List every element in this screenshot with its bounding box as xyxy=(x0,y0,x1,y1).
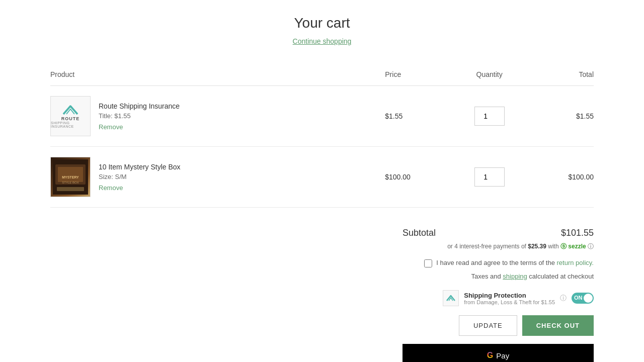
svg-rect-5 xyxy=(57,187,84,191)
sezzle-info-icon: ⓘ xyxy=(588,243,594,250)
cart-summary: Subtotal $101.55 or 4 interest-free paym… xyxy=(50,228,594,362)
total-cell-0: $1.55 xyxy=(528,86,594,147)
taxes-row: Taxes and shipping calculated at checkou… xyxy=(471,273,594,280)
sezzle-text: or 4 interest-free payments of $25.39 wi… xyxy=(447,243,594,250)
product-info: 10 Item Mystery Style Box Size: S/M Remo… xyxy=(99,163,181,192)
toggle-label: ON xyxy=(574,295,583,301)
col-quantity-header: Quantity xyxy=(450,65,528,86)
quantity-input-1[interactable] xyxy=(474,167,505,187)
terms-row: I have read and agree to the terms of th… xyxy=(424,259,594,267)
shipping-protection-sub: from Damage, Loss & Theft for $1.55 xyxy=(464,299,555,305)
table-header-row: Product Price Quantity Total xyxy=(50,65,594,86)
total-cell-1: $100.00 xyxy=(528,147,594,208)
shipping-protection-row: Shipping Protection from Damage, Loss & … xyxy=(443,290,594,306)
route-sub: SHIPPING INSURANCE xyxy=(51,121,90,128)
checkout-button[interactable]: CHECK OUT xyxy=(522,315,594,336)
product-cell-0: ROUTE SHIPPING INSURANCE Route Shipping … xyxy=(50,86,385,147)
product-cell-inner: ROUTE SHIPPING INSURANCE Route Shipping … xyxy=(50,96,385,136)
toggle-switch[interactable]: ON xyxy=(572,293,594,304)
sezzle-amount: $25.39 xyxy=(528,243,546,250)
col-product-header: Product xyxy=(50,65,385,86)
terms-checkbox[interactable] xyxy=(424,259,432,267)
continue-shopping-link[interactable]: Continue shopping xyxy=(50,37,594,45)
subtotal-value: $101.55 xyxy=(561,228,594,238)
gpay-label: Pay xyxy=(496,351,509,360)
product-name: Route Shipping Insurance xyxy=(99,102,180,110)
toggle-knob xyxy=(584,294,593,303)
subtotal-row: Subtotal $101.55 xyxy=(403,228,594,238)
svg-text:STYLE BOX: STYLE BOX xyxy=(62,181,78,184)
page-container: Your cart Continue shopping Product Pric… xyxy=(0,0,644,362)
shipping-protection-text: Shipping Protection from Damage, Loss & … xyxy=(464,292,555,305)
quantity-input-0[interactable] xyxy=(474,107,505,126)
svg-text:MYSTERY: MYSTERY xyxy=(62,175,79,179)
shipping-link[interactable]: shipping xyxy=(503,273,527,280)
svg-rect-2 xyxy=(58,167,83,182)
table-row: ROUTE SHIPPING INSURANCE Route Shipping … xyxy=(50,86,594,147)
action-buttons: UPDATE CHECK OUT xyxy=(459,315,594,336)
product-cell-1: MYSTERY STYLE BOX 10 Item Mystery Style … xyxy=(50,147,385,208)
page-title: Your cart xyxy=(50,15,594,31)
sezzle-row: or 4 interest-free payments of $25.39 wi… xyxy=(447,242,594,251)
price-cell-1: $100.00 xyxy=(385,147,450,208)
quantity-cell-0 xyxy=(450,86,528,147)
remove-link[interactable]: Remove xyxy=(99,123,123,131)
col-price-header: Price xyxy=(385,65,450,86)
product-info: Route Shipping Insurance Title: $1.55 Re… xyxy=(99,102,180,131)
price-cell-0: $1.55 xyxy=(385,86,450,147)
product-meta: Size: S/M xyxy=(99,173,181,180)
toggle-track[interactable]: ON xyxy=(572,293,594,304)
route-text: ROUTE xyxy=(61,116,80,121)
return-policy-link[interactable]: return policy. xyxy=(557,259,594,266)
google-g-icon: G xyxy=(487,351,493,360)
subtotal-label: Subtotal xyxy=(403,228,436,238)
quantity-cell-1 xyxy=(450,147,528,208)
shipping-protection-title: Shipping Protection xyxy=(464,292,555,299)
route-small-logo xyxy=(443,290,459,306)
google-pay-button[interactable]: G Pay xyxy=(403,344,594,362)
cart-table: Product Price Quantity Total ROUTE SHIPP… xyxy=(50,65,594,208)
terms-text: I have read and agree to the terms of th… xyxy=(436,259,594,266)
table-row: MYSTERY STYLE BOX 10 Item Mystery Style … xyxy=(50,147,594,208)
product-meta: Title: $1.55 xyxy=(99,112,180,120)
col-total-header: Total xyxy=(528,65,594,86)
product-image: MYSTERY STYLE BOX xyxy=(50,157,91,197)
shipping-protection-info-icon[interactable]: ⓘ xyxy=(560,294,567,303)
update-button[interactable]: UPDATE xyxy=(459,315,517,336)
product-name: 10 Item Mystery Style Box xyxy=(99,163,181,171)
remove-link[interactable]: Remove xyxy=(99,184,123,192)
sezzle-brand: ⓢ sezzle xyxy=(560,243,586,250)
route-logo-box: ROUTE SHIPPING INSURANCE xyxy=(50,96,91,136)
product-cell-inner: MYSTERY STYLE BOX 10 Item Mystery Style … xyxy=(50,157,385,197)
taxes-text: Taxes and shipping calculated at checkou… xyxy=(471,273,594,280)
